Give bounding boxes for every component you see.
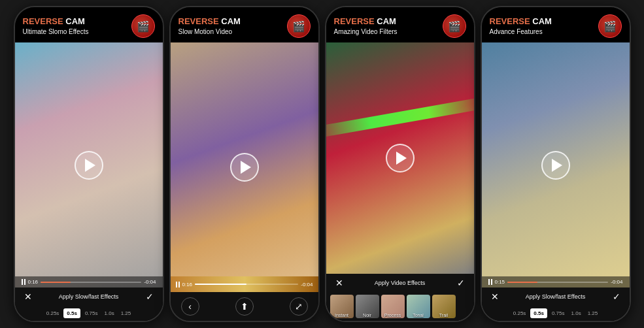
app-subtitle-1: Ultimate Slomo Effects — [23, 28, 89, 36]
filter-name-noir: Noir — [356, 313, 379, 318]
app-logo-4: 🎬 — [598, 14, 622, 38]
progress-track-2[interactable] — [195, 284, 298, 285]
nav-expand-2[interactable]: ⤢ — [290, 297, 308, 316]
play-icon-3 — [396, 152, 407, 165]
phone-card-4: REVERSE CAM Advance Features 🎬 0:15 -0:0… — [481, 6, 631, 322]
screen-4: 0:15 -0:04 — [482, 42, 630, 287]
check-button-1[interactable]: ✓ — [146, 291, 154, 302]
speed-075-4[interactable]: 0.75s — [550, 309, 567, 318]
speed-025-4[interactable]: 0.25s — [511, 309, 528, 318]
screen-2: 0:16 -0:04 — [171, 42, 318, 292]
phone-card-3: REVERSE CAM Amazing Video Filters 🎬 ✕ Ap… — [325, 6, 475, 322]
header-text-4: REVERSE CAM Advance Features — [490, 16, 552, 36]
speed-row-1: 0.25s 0.5s 0.75s 1.0s 1.25 — [15, 306, 163, 321]
title-cam-1: CAM — [63, 16, 85, 26]
app-logo-2: 🎬 — [287, 14, 311, 38]
speed-075-1[interactable]: 0.75s — [83, 309, 100, 318]
screen-3 — [326, 42, 474, 274]
bottom-controls-4: ✕ Apply Slow/fast Effects ✓ — [482, 287, 630, 306]
filter-name-process: Process — [381, 313, 405, 318]
header-4: REVERSE CAM Advance Features 🎬 — [482, 7, 630, 42]
check-button-4[interactable]: ✓ — [613, 291, 620, 302]
screen-1: 0:16 -0:04 — [15, 42, 163, 287]
pause-icon-1 — [22, 279, 25, 285]
play-button-3[interactable] — [386, 144, 415, 172]
filter-process[interactable]: Process — [381, 295, 405, 318]
play-button-1[interactable] — [75, 151, 103, 180]
app-logo-3: 🎬 — [443, 14, 466, 38]
time-right-1: -0:04 — [144, 279, 156, 285]
header-text-3: REVERSE CAM Amazing Video Filters — [334, 16, 398, 36]
progress-fill-2 — [195, 284, 246, 285]
bottom-2: ‹ ⬆ ⤢ — [171, 292, 318, 321]
time-left-2: 0:16 — [182, 282, 193, 287]
app-title-4: REVERSE CAM — [490, 16, 552, 27]
bottom-controls-1: ✕ Apply Slow/fast Effects ✓ — [15, 287, 163, 306]
header-1: REVERSE CAM Ultimate Slomo Effects 🎬 — [15, 7, 163, 42]
speed-10-4[interactable]: 1.0s — [569, 309, 583, 318]
app-title-2: REVERSE CAM — [178, 16, 241, 27]
bottom-4: ✕ Apply Slow/fast Effects ✓ 0.25s 0.5s 0… — [482, 287, 630, 321]
title-reverse-3: REVERSE — [334, 16, 375, 26]
filter-name-trail: Trail — [432, 313, 456, 318]
pause-icon-4 — [488, 279, 492, 285]
nav-arrows-2: ‹ ⬆ ⤢ — [171, 292, 318, 321]
speed-125-1[interactable]: 1.25 — [119, 309, 133, 318]
full-progress-2: 0:16 -0:04 — [171, 276, 318, 292]
header-text-2: REVERSE CAM Slow Motion Video — [178, 16, 241, 36]
header-text-1: REVERSE CAM Ultimate Slomo Effects — [23, 16, 89, 36]
speed-025-1[interactable]: 0.25s — [44, 309, 61, 318]
speed-125-4[interactable]: 1.25 — [586, 309, 600, 318]
title-cam-4: CAM — [530, 16, 552, 26]
phone-card-2: REVERSE CAM Slow Motion Video 🎬 0:16 -0:… — [169, 6, 320, 322]
bottom-label-4: Apply Slow/fast Effects — [499, 293, 613, 300]
close-button-1[interactable]: ✕ — [24, 291, 32, 302]
play-icon-2 — [241, 161, 251, 174]
app-logo-1: 🎬 — [131, 14, 155, 38]
progress-area-1: 0:16 -0:04 — [15, 276, 163, 287]
filter-trail[interactable]: Trail — [432, 295, 456, 318]
header-3: REVERSE CAM Amazing Video Filters 🎬 — [326, 7, 474, 42]
play-icon-4 — [552, 159, 562, 172]
phone-card-1: REVERSE CAM Ultimate Slomo Effects 🎬 0:1… — [14, 6, 164, 322]
time-left-1: 0:16 — [28, 279, 39, 285]
title-reverse-1: REVERSE — [23, 16, 63, 26]
filter-name-instant: Instant — [330, 313, 354, 318]
filter-name-tonal: Tonal — [407, 313, 430, 318]
progress-fill-1 — [41, 282, 71, 283]
check-button-3[interactable]: ✓ — [457, 278, 465, 288]
play-icon-1 — [85, 159, 95, 172]
app-title-1: REVERSE CAM — [23, 16, 89, 27]
title-cam-3: CAM — [375, 16, 396, 26]
pause-icon-2 — [176, 282, 180, 287]
title-reverse-4: REVERSE — [490, 16, 530, 26]
close-button-3[interactable]: ✕ — [335, 278, 343, 288]
time-left-4: 0:15 — [495, 279, 505, 285]
time-right-4: -0:04 — [611, 279, 622, 285]
progress-track-4[interactable] — [507, 282, 608, 283]
progress-fill-4 — [507, 282, 537, 283]
nav-share-2[interactable]: ⬆ — [235, 297, 254, 316]
speed-10-1[interactable]: 1.0s — [103, 309, 116, 318]
progress-area-4: 0:15 -0:04 — [482, 276, 630, 287]
app-subtitle-3: Amazing Video Filters — [334, 28, 398, 36]
speed-05-1[interactable]: 0.5s — [63, 308, 80, 318]
app-subtitle-2: Slow Motion Video — [178, 28, 241, 36]
close-button-4[interactable]: ✕ — [491, 291, 499, 302]
progress-track-1[interactable] — [41, 282, 141, 283]
bottom-label-3: Apply Video Effects — [343, 280, 457, 286]
nav-back-2[interactable]: ‹ — [181, 297, 199, 316]
filter-noir[interactable]: Noir — [356, 295, 379, 318]
filter-row-3: Instant Noir Process Tonal Trail — [326, 292, 474, 321]
speed-row-4: 0.25s 0.5s 0.75s 1.0s 1.25 — [482, 306, 630, 321]
play-button-4[interactable] — [541, 151, 570, 180]
title-cam-2: CAM — [219, 16, 241, 26]
header-2: REVERSE CAM Slow Motion Video 🎬 — [171, 7, 318, 42]
play-button-2[interactable] — [230, 153, 259, 182]
bottom-label-1: Apply Slow/fast Effects — [32, 293, 146, 300]
bottom-1: ✕ Apply Slow/fast Effects ✓ 0.25s 0.5s 0… — [15, 287, 163, 321]
app-title-3: REVERSE CAM — [334, 16, 398, 27]
filter-instant[interactable]: Instant — [330, 295, 354, 318]
speed-05-4[interactable]: 0.5s — [530, 308, 547, 318]
filter-tonal[interactable]: Tonal — [407, 295, 430, 318]
